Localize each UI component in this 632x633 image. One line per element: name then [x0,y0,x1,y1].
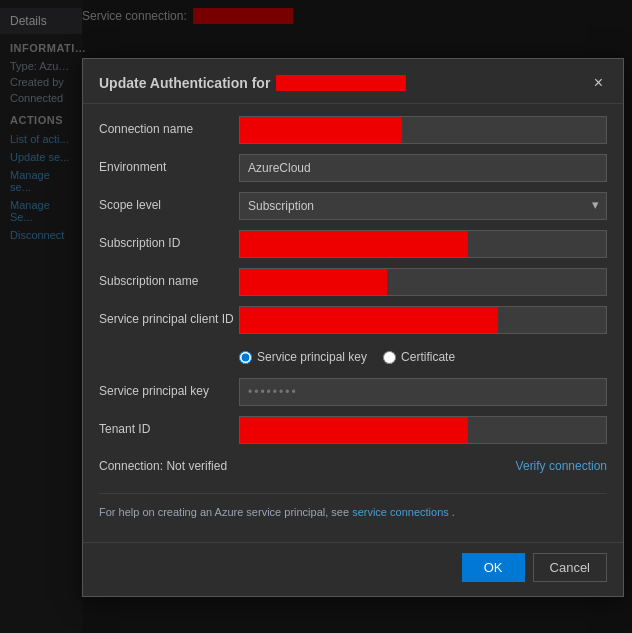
modal-close-button[interactable]: × [590,73,607,93]
spn-client-id-row: Service principal client ID [99,306,607,334]
environment-input[interactable] [239,154,607,182]
connection-name-wrap [239,116,607,144]
spn-client-id-label: Service principal client ID [99,306,239,328]
spn-key-input[interactable] [239,378,607,406]
ok-button[interactable]: OK [462,553,525,582]
spn-client-id-wrap [239,306,607,334]
connection-name-row: Connection name [99,116,607,144]
subscription-id-label: Subscription ID [99,230,239,252]
modal-title: Update Authentication for [99,75,406,91]
scope-level-select[interactable]: Subscription ManagementGroup [239,192,607,220]
connection-name-label: Connection name [99,116,239,138]
subscription-name-redacted [240,269,387,295]
modal-header: Update Authentication for × [83,59,623,104]
spn-key-wrap [239,378,607,406]
scope-level-row: Scope level Subscription ManagementGroup [99,192,607,220]
environment-wrap [239,154,607,182]
radio-spk[interactable] [239,351,252,364]
subscription-name-row: Subscription name [99,268,607,296]
subscription-id-row: Subscription ID [99,230,607,258]
spn-key-row: Service principal key [99,378,607,406]
subscription-id-redacted [240,231,468,257]
modal-title-redacted [276,75,406,91]
tenant-id-row: Tenant ID [99,416,607,444]
help-text: For help on creating an Azure service pr… [99,493,607,521]
service-connections-link[interactable]: service connections [352,506,449,518]
modal-update-auth: Update Authentication for × Connection n… [82,58,624,597]
spn-client-id-redacted [240,307,498,333]
subscription-name-label: Subscription name [99,268,239,290]
environment-row: Environment [99,154,607,182]
connection-status-text: Connection: Not verified [99,458,227,475]
modal-body: Connection name Environment Scope level … [83,104,623,532]
spn-key-label: Service principal key [99,378,239,400]
connection-name-redacted [240,117,402,143]
scope-level-wrap: Subscription ManagementGroup [239,192,607,220]
radio-cert[interactable] [383,351,396,364]
radio-spk-label[interactable]: Service principal key [239,350,367,364]
connection-status-bar: Connection: Not verified Verify connecti… [99,454,607,479]
cancel-button[interactable]: Cancel [533,553,607,582]
auth-type-radio-group: Service principal key Certificate [239,344,607,370]
verify-connection-link[interactable]: Verify connection [516,459,607,473]
tenant-id-redacted [240,417,468,443]
subscription-id-wrap [239,230,607,258]
modal-footer: OK Cancel [83,542,623,596]
tenant-id-wrap [239,416,607,444]
subscription-name-wrap [239,268,607,296]
environment-label: Environment [99,154,239,176]
radio-cert-label[interactable]: Certificate [383,350,455,364]
scope-level-label: Scope level [99,192,239,214]
tenant-id-label: Tenant ID [99,416,239,438]
